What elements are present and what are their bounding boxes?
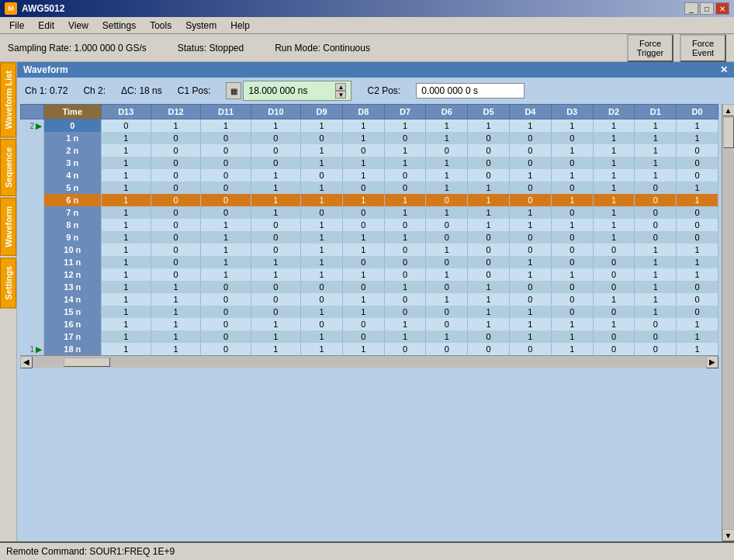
menu-help[interactable]: Help: [224, 19, 256, 33]
data-table-container[interactable]: TimeD13D12D11D10D9D8D7D6D5D4D3D2D1D0 2▶0…: [20, 104, 718, 541]
data-cell: 1: [101, 132, 151, 144]
minimize-button[interactable]: _: [684, 2, 698, 15]
data-cell: 1: [151, 306, 200, 318]
data-cell: 1: [677, 181, 718, 194]
scroll-down-button[interactable]: ▼: [722, 529, 735, 541]
data-cell: 1: [426, 169, 468, 181]
data-cell: 0: [151, 206, 200, 219]
data-cell: 1: [468, 281, 510, 293]
h-scroll-thumb[interactable]: [64, 358, 110, 367]
h-scroll-track[interactable]: [33, 356, 706, 368]
force-event-button[interactable]: ForceEvent: [680, 34, 726, 62]
waveform-close-button[interactable]: ✕: [720, 64, 728, 75]
calculator-icon[interactable]: ▦: [226, 82, 241, 99]
vertical-scrollbar[interactable]: ▲ ▼: [722, 104, 734, 541]
data-cell: 1: [593, 144, 635, 157]
data-cell: 1: [101, 330, 151, 343]
sidebar-tab-waveform[interactable]: Waveform: [0, 198, 16, 256]
table-row: 6 n10011110101101: [21, 194, 718, 206]
data-cell: 1: [101, 343, 151, 355]
data-cell: 0: [426, 144, 468, 157]
row-indicator-cell: [21, 330, 44, 343]
data-cell: 0: [677, 219, 718, 231]
menu-view[interactable]: View: [62, 19, 95, 33]
data-cell: 1: [593, 169, 635, 181]
menu-settings[interactable]: Settings: [96, 19, 142, 33]
app-logo: M: [5, 2, 17, 15]
v-scroll-track[interactable]: [722, 116, 734, 529]
menu-edit[interactable]: Edit: [32, 19, 61, 33]
data-cell: 1: [593, 157, 635, 169]
data-cell: 1: [593, 132, 635, 144]
scroll-up-button[interactable]: ▲: [722, 104, 735, 116]
data-cell: 0: [384, 268, 426, 281]
spin-up-button[interactable]: ▲: [335, 83, 346, 91]
data-cell: 0: [251, 281, 300, 293]
data-cell: 1: [151, 293, 200, 306]
data-cell: 1: [101, 268, 151, 281]
data-cell: 0: [342, 219, 384, 231]
sidebar-tab-sequence[interactable]: Sequence: [0, 139, 16, 196]
data-cell: 1: [510, 256, 552, 268]
app-title: AWG5012: [22, 3, 64, 14]
data-cell: 0: [677, 306, 718, 318]
close-button[interactable]: ✕: [715, 2, 729, 15]
data-cell: 0: [593, 343, 635, 355]
scroll-right-button[interactable]: ▶: [706, 356, 718, 368]
scroll-left-button[interactable]: ◀: [20, 356, 33, 368]
run-status: Status: Stopped: [178, 43, 244, 54]
data-cell: 1: [342, 268, 384, 281]
data-cell: 0: [384, 181, 426, 194]
data-cell: 1: [201, 231, 251, 244]
time-cell: 9 n: [44, 231, 102, 244]
menu-tools[interactable]: Tools: [144, 19, 178, 33]
data-cell: 1: [468, 306, 510, 318]
sidebar-tab-settings[interactable]: Settings: [0, 258, 16, 308]
v-scroll-thumb[interactable]: [723, 117, 734, 148]
data-cell: 1: [101, 256, 151, 268]
data-cell: 1: [101, 318, 151, 330]
data-cell: 1: [510, 268, 552, 281]
data-cell: 0: [593, 306, 635, 318]
data-cell: 0: [151, 157, 200, 169]
data-cell: 0: [301, 318, 343, 330]
sidebar-tab-waveform-list[interactable]: Waveform List: [0, 62, 16, 137]
data-cell: 1: [426, 244, 468, 256]
data-cell: 0: [151, 244, 200, 256]
data-cell: 0: [342, 206, 384, 219]
data-cell: 1: [510, 306, 552, 318]
menu-file[interactable]: File: [3, 19, 30, 33]
data-cell: 0: [468, 144, 510, 157]
data-cell: 1: [301, 144, 343, 157]
data-cell: 0: [510, 181, 552, 194]
menu-system[interactable]: System: [179, 19, 223, 33]
data-cell: 0: [635, 330, 677, 343]
row-indicator-cell: [21, 157, 44, 169]
data-cell: 0: [468, 256, 510, 268]
c1-pos-field[interactable]: 18.000 000 ns ▲ ▼: [243, 81, 351, 101]
horizontal-scrollbar[interactable]: ◀ ▶: [20, 355, 718, 368]
data-table: TimeD13D12D11D10D9D8D7D6D5D4D3D2D1D0 2▶0…: [20, 104, 718, 355]
main-layout: Waveform List Sequence Waveform Settings…: [0, 62, 734, 541]
data-cell: 0: [551, 231, 593, 244]
data-cell: 1: [201, 119, 251, 133]
time-cell: 4 n: [44, 169, 102, 181]
data-cell: 1: [301, 181, 343, 194]
c1-pos-spinner[interactable]: ▲ ▼: [335, 83, 346, 99]
data-cell: 1: [342, 343, 384, 355]
row-indicator-cell: 1▶: [21, 343, 44, 355]
data-cell: 0: [510, 343, 552, 355]
data-cell: 0: [510, 132, 552, 144]
data-cell: 0: [677, 169, 718, 181]
data-cell: 1: [301, 256, 343, 268]
spin-down-button[interactable]: ▼: [335, 91, 346, 99]
maximize-button[interactable]: □: [700, 2, 714, 15]
data-cell: 1: [384, 144, 426, 157]
force-trigger-button[interactable]: ForceTrigger: [627, 34, 673, 62]
data-cell: 0: [201, 132, 251, 144]
data-cell: 0: [593, 281, 635, 293]
data-cell: 1: [101, 293, 151, 306]
row-indicator-cell: [21, 194, 44, 206]
data-cell: 0: [201, 293, 251, 306]
data-cell: 0: [342, 144, 384, 157]
